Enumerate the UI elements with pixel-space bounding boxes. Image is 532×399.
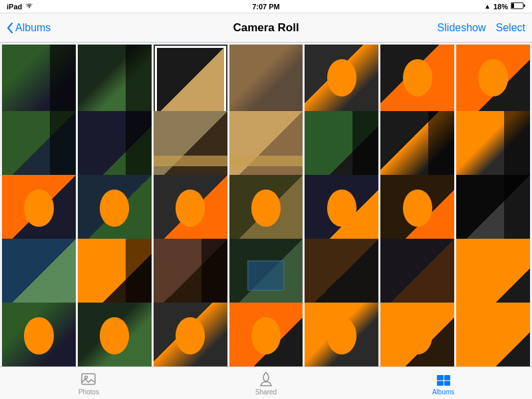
page-title: Camera Roll [233,21,299,35]
photo-thumb[interactable] [456,45,530,118]
photo-thumb[interactable] [78,239,152,313]
status-right: ▲ 18% [484,2,525,11]
nav-bar: Albums Camera Roll Slideshow Select [0,13,532,43]
photo-thumb[interactable] [229,175,303,249]
svg-rect-8 [444,381,450,386]
tab-albums[interactable]: Albums [417,371,470,396]
status-bar: iPad 7:07 PM ▲ 18% [0,0,532,13]
photo-thumb[interactable] [154,175,227,249]
ipad-label: iPad [7,3,22,11]
svg-rect-7 [437,381,444,386]
photo-thumb[interactable] [305,175,378,249]
svg-rect-1 [524,5,525,7]
nav-actions: Slideshow Select [438,22,525,34]
tab-shared-label: Shared [255,388,277,396]
tab-shared[interactable]: Shared [239,371,293,396]
photo-thumb[interactable] [380,111,454,185]
tab-photos[interactable]: Photos [62,371,115,396]
photo-thumb[interactable] [2,111,76,185]
photo-thumb[interactable] [229,239,303,313]
photo-thumb[interactable] [456,111,530,185]
svg-rect-5 [437,375,444,380]
photo-thumb[interactable] [229,111,303,185]
select-button[interactable]: Select [496,22,525,34]
status-time: 7:07 PM [252,3,280,11]
photo-thumb[interactable] [78,303,152,366]
photo-thumb[interactable] [456,303,530,366]
photo-thumb[interactable] [2,239,76,313]
svg-point-4 [85,376,88,378]
photo-thumb[interactable] [305,111,378,185]
back-button[interactable]: Albums [7,22,51,34]
photo-thumb[interactable] [456,175,530,249]
photo-thumb[interactable] [305,303,378,366]
photo-thumb[interactable] [154,45,227,118]
tab-albums-label: Albums [432,388,454,396]
photo-thumb[interactable] [78,111,152,185]
status-left: iPad [7,3,34,11]
photo-thumb[interactable] [305,239,378,313]
tab-photos-label: Photos [78,388,99,396]
photo-thumb[interactable] [2,175,76,249]
svg-rect-6 [444,375,450,380]
photo-thumb[interactable] [380,303,454,366]
photo-thumb[interactable] [380,239,454,313]
photo-grid [0,43,532,366]
photo-thumb[interactable] [229,303,303,366]
photo-thumb[interactable] [2,303,76,366]
battery-icon [511,2,525,11]
photo-thumb[interactable] [380,175,454,249]
photo-thumb[interactable] [229,45,303,118]
battery-percent: 18% [493,3,508,11]
slideshow-button[interactable]: Slideshow [438,22,486,34]
photo-thumb[interactable] [2,45,76,118]
signal-icon: ▲ [484,3,491,10]
svg-rect-2 [511,3,514,8]
tab-bar: Photos Shared Albums [0,366,532,399]
photo-thumb[interactable] [78,45,152,118]
photo-thumb[interactable] [305,45,378,118]
photo-thumb[interactable] [456,239,530,313]
photo-thumb[interactable] [78,175,152,249]
back-label: Albums [15,22,51,34]
photo-thumb[interactable] [380,45,454,118]
photo-thumb[interactable] [154,239,227,313]
photo-thumb[interactable] [154,111,227,185]
wifi-icon [25,3,34,11]
photo-thumb[interactable] [154,303,227,366]
